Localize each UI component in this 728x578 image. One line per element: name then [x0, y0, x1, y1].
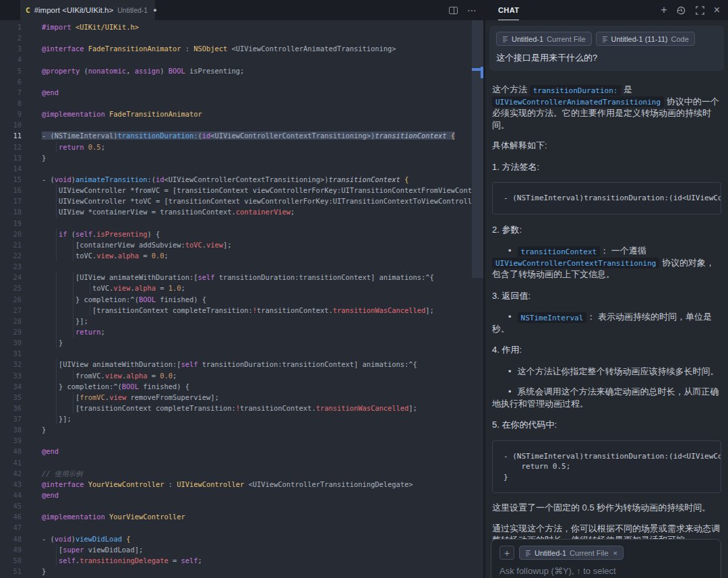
code-line[interactable]: 5@property (nonatomic, assign) BOOL isPr…	[0, 65, 472, 76]
line-number: 17	[0, 196, 31, 206]
code-line[interactable]: 3@interface FadeTransitionAnimator : NSO…	[0, 43, 472, 54]
line-number: 45	[0, 500, 31, 511]
code-line[interactable]: 50 self.transitioningDelegate = self;	[0, 555, 472, 566]
code-text	[31, 500, 472, 511]
code-text: if (self.isPresenting) {	[31, 229, 472, 239]
token: transitionContext.	[240, 404, 316, 412]
line-number: 49	[0, 544, 31, 555]
chat-input-placeholder[interactable]: Ask followup (⌘Y), ↑ to select	[499, 566, 712, 576]
token: viewDidLoad];	[84, 546, 144, 554]
close-panel-icon[interactable]: ×	[714, 5, 720, 16]
code-text	[31, 348, 472, 359]
code-line[interactable]: 34 } completion:^(BOOL finished) {	[0, 381, 472, 392]
token: return	[75, 328, 101, 336]
code-line[interactable]: 32 [UIView animateWithDuration:[self tra…	[0, 359, 472, 370]
code-line[interactable]: 40@end	[0, 446, 472, 457]
token: ];	[425, 306, 434, 314]
code-line[interactable]: 33 fromVC.view.alpha = 0.0;	[0, 370, 472, 381]
code-line[interactable]: 4	[0, 54, 472, 65]
code-line[interactable]: 8	[0, 98, 472, 109]
line-number: 35	[0, 392, 31, 403]
line-number: 26	[0, 294, 31, 305]
code-line[interactable]: 39	[0, 435, 472, 446]
code-line[interactable]: 11- (NSTimeInterval)transitionDuration:(…	[0, 130, 472, 141]
context-chip[interactable]: Untitled-1Current File	[496, 32, 592, 46]
code-line[interactable]: 14	[0, 163, 472, 174]
chip-file-name: Untitled-1	[512, 35, 543, 43]
more-actions-icon[interactable]: ⋯	[467, 5, 477, 16]
code-line[interactable]: 49 [super viewDidLoad];	[0, 544, 472, 555]
assistant-heading: 4. 作用:	[492, 344, 721, 356]
code-text: }];	[31, 413, 472, 424]
code-line[interactable]: 43@interface YourViewController : UIView…	[0, 479, 472, 490]
code-line[interactable]: 20 if (self.isPresenting) {	[0, 229, 472, 239]
code-line[interactable]: 41	[0, 457, 472, 468]
code-line[interactable]: 44@end	[0, 490, 472, 500]
code-line[interactable]: 29 return;	[0, 326, 472, 337]
split-editor-icon[interactable]	[449, 7, 458, 14]
code-line[interactable]: 30 }	[0, 337, 472, 348]
code-line[interactable]: 37 }];	[0, 413, 472, 424]
assistant-heading: 2. 参数:	[492, 224, 721, 236]
code-line[interactable]: 13}	[0, 152, 472, 163]
context-chip[interactable]: Untitled-1 (11-11)Code	[596, 32, 695, 46]
code-line[interactable]: 28 }];	[0, 316, 472, 326]
code-line[interactable]: 31	[0, 348, 472, 359]
token: 0.0	[152, 252, 164, 260]
editor-scrollbar[interactable]	[472, 20, 483, 578]
token: }	[42, 426, 46, 434]
code-line[interactable]: 48- (void)viewDidLoad {	[0, 533, 472, 544]
add-context-button[interactable]: +	[499, 546, 514, 560]
code-line[interactable]: 25 toVC.view.alpha = 1.0;	[0, 283, 472, 293]
code-line[interactable]: 7@end	[0, 87, 472, 98]
token: super	[63, 546, 84, 554]
code-line[interactable]: 21 [containerView addSubview:toVC.view];	[0, 239, 472, 250]
maximize-panel-icon[interactable]	[695, 5, 705, 16]
editor-tab-untitled-1[interactable]: C #import <UIKit/UIKit.h> Untitled-1 ●	[20, 0, 155, 20]
tab-chat[interactable]: CHAT	[498, 0, 519, 20]
code-line[interactable]: 19	[0, 218, 472, 229]
token: UIViewController	[177, 480, 244, 488]
code-line[interactable]: 46@implementation YourViewController	[0, 511, 472, 522]
app-window: C #import <UIKit/UIKit.h> Untitled-1 ● ⋯…	[0, 0, 728, 578]
token: void	[55, 175, 71, 183]
code-text	[31, 261, 472, 272]
code-line[interactable]: 47	[0, 522, 472, 533]
scrollbar-slider[interactable]	[472, 20, 483, 278]
code-line[interactable]: 24 [UIView animateWithDuration:[self tra…	[0, 272, 472, 283]
token: transitionContext	[328, 175, 400, 183]
code-line[interactable]: 18 UIView *containerView = transitionCon…	[0, 206, 472, 217]
code-line[interactable]: 22 toVC.view.alpha = 0.0;	[0, 250, 472, 261]
remove-chip-icon[interactable]: ×	[613, 549, 617, 557]
token: ];	[408, 404, 417, 412]
code-line[interactable]: 2	[0, 32, 472, 43]
line-number: 29	[0, 326, 31, 337]
code-line[interactable]: 36 [transitionContext completeTransition…	[0, 403, 472, 413]
code-line[interactable]: 6	[0, 76, 472, 87]
code-line[interactable]: 9@implementation FadeTransitionAnimator	[0, 109, 472, 119]
code-line[interactable]: 42// 使用示例	[0, 468, 472, 479]
code-line[interactable]: 16 UIViewController *fromVC = [transitio…	[0, 185, 472, 196]
code-line[interactable]: 51}	[0, 566, 472, 577]
code-line[interactable]: 38}	[0, 424, 472, 435]
code-editor[interactable]: 1#import <UIKit/UIKit.h>23@interface Fad…	[0, 20, 484, 578]
history-icon[interactable]	[676, 5, 686, 16]
input-context-chip[interactable]: Untitled-1Current File×	[519, 546, 624, 560]
code-line[interactable]: 17 UIViewController *toVC = [transitionC…	[0, 196, 472, 206]
code-line[interactable]: 26 } completion:^(BOOL finished) {	[0, 294, 472, 305]
indent-guide-line	[56, 142, 57, 152]
indent-guide-line	[73, 370, 73, 381]
code-line[interactable]: 1#import <UIKit/UIKit.h>	[0, 22, 472, 32]
code-line[interactable]: 10	[0, 119, 472, 130]
code-line[interactable]: 15- (void)animateTransition:(id<UIViewCo…	[0, 174, 472, 185]
new-chat-icon[interactable]: +	[661, 5, 667, 16]
chat-input[interactable]: + Untitled-1Current File× Ask followup (…	[491, 539, 721, 578]
code-line[interactable]: 23	[0, 261, 472, 272]
code-line[interactable]: 35 [fromVC.view removeFromSuperview];	[0, 392, 472, 403]
code-line[interactable]: 12 return 0.5;	[0, 142, 472, 152]
code-line[interactable]: 45	[0, 500, 472, 511]
token: NSObject	[193, 45, 227, 53]
line-number: 32	[0, 359, 31, 370]
code-text: }	[31, 566, 472, 577]
code-line[interactable]: 27 [transitionContext completeTransition…	[0, 305, 472, 316]
